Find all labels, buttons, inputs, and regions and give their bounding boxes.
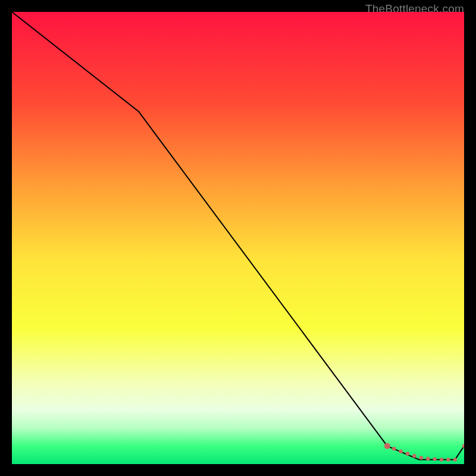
marker-point <box>406 452 409 455</box>
marker-point <box>446 458 450 461</box>
chart-frame: TheBottleneck.com <box>12 12 464 464</box>
marker-point <box>412 454 416 458</box>
marker-point <box>384 443 390 449</box>
marker-point <box>453 458 457 461</box>
marker-point <box>426 457 430 461</box>
chart-svg <box>12 12 464 464</box>
marker-point <box>433 457 436 461</box>
marker-point <box>419 456 423 459</box>
marker-point <box>399 450 402 453</box>
marker-point <box>392 447 396 450</box>
marker-point <box>440 458 443 461</box>
gradient-background <box>12 12 464 464</box>
